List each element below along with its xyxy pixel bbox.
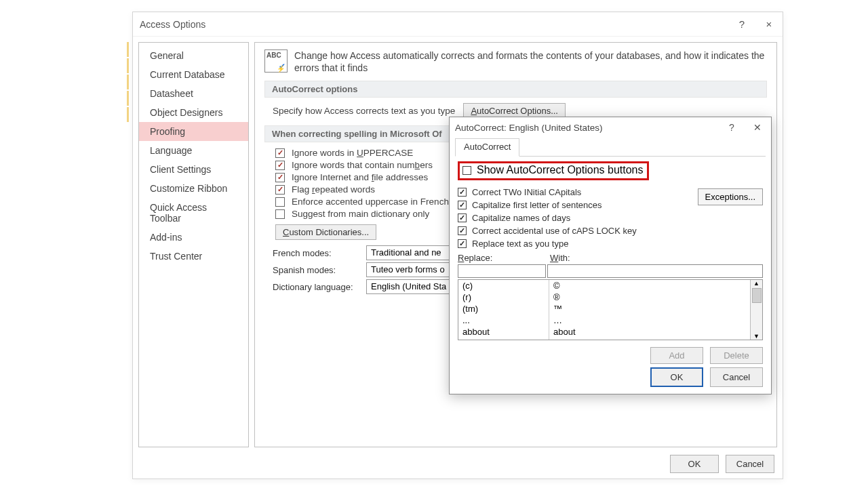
checkbox-main-dict[interactable] [275,209,285,219]
list-row-with[interactable]: ™ [549,303,750,314]
dict-lang-label: Dictionary language: [273,282,361,292]
list-row-replace[interactable]: abbout [458,326,549,338]
checkbox-cap-days[interactable] [458,214,467,222]
section-autocorrect-options: AutoCorrect options [264,81,767,98]
close-icon[interactable]: × [762,18,776,31]
autocorrect-ok-button[interactable]: OK [650,367,703,387]
list-scrollbar[interactable]: ▲ ▼ [750,280,762,340]
autocorrect-titlebar: AutoCorrect: English (United States) ? ✕ [450,117,771,138]
sidebar-item-datasheet[interactable]: Datasheet [139,84,248,103]
checkbox-internet[interactable] [275,173,285,182]
checkbox-main-dict-label: Suggest from main dictionary only [292,209,429,219]
sidebar: General Current Database Datasheet Objec… [138,42,249,447]
autocorrect-close-icon[interactable]: ✕ [749,122,766,133]
checkbox-numbers-label: Ignore words that contain numbers [292,160,433,170]
checkbox-replace-as-type-label: Replace text as you type [472,239,568,249]
replace-label: Replace: [458,253,550,263]
ok-button[interactable]: OK [670,455,719,473]
sidebar-item-proofing[interactable]: Proofing [139,122,248,141]
checkbox-two-initial-caps-label: Correct TWo INitial CApitals [472,187,581,197]
with-input[interactable] [547,264,763,278]
add-button[interactable]: Add [650,347,703,364]
french-modes-label: French modes: [273,248,361,258]
help-icon[interactable]: ? [735,18,749,31]
sidebar-item-client-settings[interactable]: Client Settings [139,160,248,179]
checkbox-cap-sentences-label: Capitalize first letter of sentences [472,200,601,210]
sidebar-item-trust-center[interactable]: Trust Center [139,247,248,266]
autocorrect-help-icon[interactable]: ? [724,122,740,133]
checkbox-french-upper-label: Enforce accented uppercase in French [292,197,449,207]
checkbox-caps-lock-label: Correct accidental use of cAPS LOCK key [472,226,637,236]
exceptions-button[interactable]: Exceptions... [698,188,763,205]
autocorrect-desc: Specify how Access corrects text as you … [273,106,455,116]
sidebar-item-general[interactable]: General [139,46,248,65]
window-title: Access Options [140,19,722,30]
checkbox-replace-as-type[interactable] [458,239,467,248]
custom-dictionaries-button[interactable]: Custom Dictionaries... [275,224,376,240]
titlebar: Access Options ? × [133,12,783,37]
checkbox-numbers[interactable] [275,161,285,170]
checkbox-cap-days-label: Capitalize names of days [472,213,570,223]
list-row-replace[interactable]: (r) [458,291,549,303]
checkbox-two-initial-caps[interactable] [458,188,467,197]
autocorrect-cancel-button[interactable]: Cancel [710,367,763,387]
checkbox-uppercase-label: Ignore words in UPPERCASE [292,148,413,158]
checkbox-internet-label: Ignore Internet and file addresses [292,172,428,182]
list-row-replace[interactable]: (c) [458,280,549,291]
checkbox-show-options[interactable] [462,166,471,175]
list-row-with[interactable]: ® [549,291,750,303]
delete-button[interactable]: Delete [710,347,763,364]
checkbox-repeated-label: Flag repeated words [292,184,375,195]
checkbox-french-upper[interactable] [275,197,285,207]
sidebar-item-object-designers[interactable]: Object Designers [139,103,248,122]
checkbox-cap-sentences[interactable] [458,201,467,209]
checkbox-caps-lock[interactable] [458,226,467,235]
sidebar-item-add-ins[interactable]: Add-ins [139,228,248,247]
scrollbar-thumb[interactable] [752,288,762,303]
list-row-with[interactable]: about [549,326,750,338]
list-row-replace[interactable]: (tm) [458,303,549,314]
sidebar-item-customize-ribbon[interactable]: Customize Ribbon [139,179,248,198]
sidebar-item-quick-access-toolbar[interactable]: Quick Access Toolbar [139,198,248,228]
checkbox-uppercase[interactable] [275,148,285,158]
replace-input[interactable] [458,264,546,278]
highlight-show-options: Show AutoCorrect Options buttons [458,161,649,180]
list-row-with[interactable]: © [549,280,750,291]
proofing-icon: ABC ✔ ⚡ [264,49,288,73]
spanish-modes-label: Spanish modes: [273,265,361,275]
banner-text: Change how Access automatically corrects… [294,49,767,74]
list-row-replace[interactable]: ... [458,314,549,326]
autocorrect-dialog: AutoCorrect: English (United States) ? ✕… [449,117,772,394]
replace-list[interactable]: (c) (r) (tm) ... abbout © ® ™ … about ▲ … [458,279,763,340]
with-label: With: [550,253,570,263]
sidebar-item-language[interactable]: Language [139,141,248,160]
sidebar-item-current-database[interactable]: Current Database [139,65,248,84]
list-row-with[interactable]: … [549,314,750,326]
cancel-button[interactable]: Cancel [726,455,774,473]
checkbox-repeated[interactable] [275,185,285,195]
app-edge [127,41,132,393]
banner: ABC ✔ ⚡ Change how Access automatically … [264,49,767,74]
autocorrect-title: AutoCorrect: English (United States) [455,123,714,133]
autocorrect-tab[interactable]: AutoCorrect [455,138,519,157]
checkbox-show-options-label: Show AutoCorrect Options buttons [477,164,643,176]
